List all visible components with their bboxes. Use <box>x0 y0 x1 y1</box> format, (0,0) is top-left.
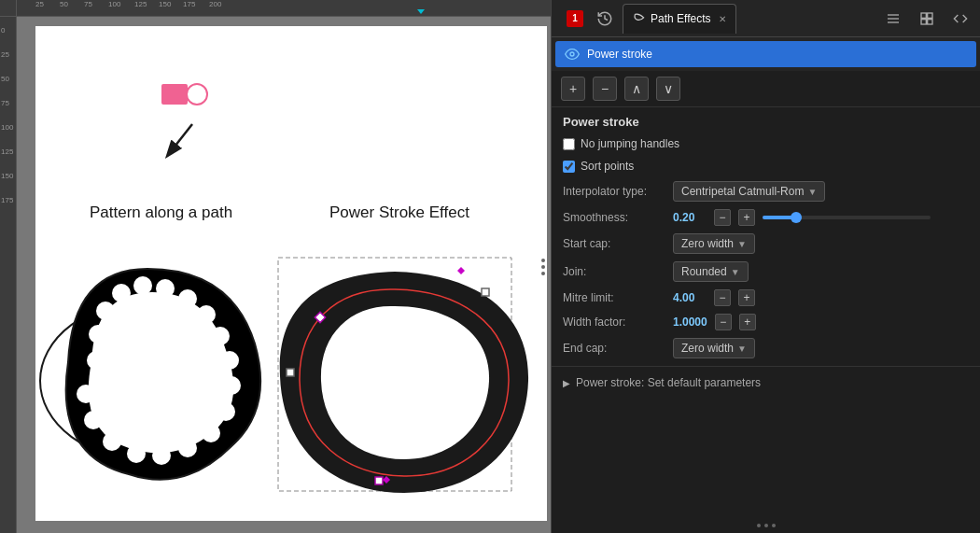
svg-point-14 <box>156 279 175 298</box>
ruler-tick: 200 <box>209 0 221 8</box>
svg-point-21 <box>202 424 220 442</box>
ruler-tick-v: 100 <box>1 123 13 132</box>
ruler-tick: 150 <box>159 0 171 8</box>
power-stroke-label: Power stroke <box>587 48 652 61</box>
move-effect-up-button[interactable]: ∧ <box>624 77 649 101</box>
no-jumping-handles-row: No jumping handles <box>563 136 969 151</box>
svg-rect-31 <box>375 477 383 484</box>
ruler-tick-v: 0 <box>1 26 5 35</box>
end-cap-value: Zero width <box>681 342 734 355</box>
sort-points-checkbox[interactable] <box>563 161 575 173</box>
smoothness-minus-button[interactable]: − <box>714 209 731 226</box>
svg-point-24 <box>127 444 146 463</box>
canvas-area: 0 25 50 75 100 125 150 175 200 0 25 50 7… <box>0 0 551 533</box>
svg-point-10 <box>89 325 107 344</box>
smoothness-plus-button[interactable]: + <box>738 209 755 226</box>
svg-point-17 <box>211 327 230 345</box>
interpolator-dropdown-arrow: ▼ <box>807 187 817 197</box>
smoothness-value[interactable]: 0.20 <box>673 211 707 224</box>
svg-rect-32 <box>287 369 294 376</box>
sort-points-row: Sort points <box>563 159 969 174</box>
width-factor-plus-button[interactable]: + <box>739 314 756 330</box>
end-cap-dropdown[interactable]: Zero width ▼ <box>673 338 755 358</box>
smoothness-label: Smoothness: <box>563 211 665 224</box>
remove-effect-button[interactable]: − <box>593 77 617 101</box>
ruler-tick: 100 <box>108 0 120 8</box>
xml-icon <box>953 11 968 26</box>
interpolator-type-value: Centripetal Catmull-Rom <box>681 185 804 198</box>
svg-rect-39 <box>928 19 932 23</box>
add-effect-button[interactable]: + <box>561 77 585 101</box>
canvas-content: Pattern along a path Power Stroke Effect <box>17 17 551 533</box>
tab-align-icon[interactable] <box>877 3 909 35</box>
corner-box <box>0 0 17 17</box>
ruler-tick: 50 <box>60 0 68 8</box>
start-cap-dropdown[interactable]: Zero width ▼ <box>673 233 755 254</box>
svg-point-12 <box>112 284 131 302</box>
svg-point-16 <box>197 305 216 324</box>
default-params-row[interactable]: ▶ Power stroke: Set default parameters <box>552 371 980 395</box>
svg-point-22 <box>178 439 197 457</box>
canvas-svg: Pattern along a path Power Stroke Effect <box>17 17 551 533</box>
svg-point-13 <box>133 276 152 295</box>
params-divider <box>552 366 980 367</box>
svg-point-25 <box>103 432 121 451</box>
effect-params: No jumping handles Sort points Interpola… <box>552 133 980 362</box>
ruler-tick: 25 <box>35 0 44 8</box>
ruler-left: 0 25 50 75 100 125 150 175 <box>0 17 17 533</box>
dot-2 <box>764 524 768 527</box>
mitre-limit-row: Mitre limit: 4.00 − + <box>563 289 969 306</box>
mitre-limit-plus-button[interactable]: + <box>738 289 755 306</box>
join-dropdown[interactable]: Rounded ▼ <box>673 261 749 282</box>
svg-text:Power Stroke Effect: Power Stroke Effect <box>329 203 469 221</box>
svg-rect-29 <box>482 288 489 296</box>
no-jumping-handles-checkbox[interactable] <box>563 138 575 150</box>
svg-point-40 <box>570 52 574 56</box>
join-value: Rounded <box>681 265 727 278</box>
start-cap-row: Start cap: Zero width ▼ <box>563 233 969 254</box>
default-params-label: Power stroke: Set default parameters <box>576 376 761 389</box>
ruler-tick-v: 25 <box>1 50 9 59</box>
tab-transform-icon[interactable] <box>911 3 943 35</box>
smoothness-slider[interactable] <box>763 216 931 219</box>
svg-text:Pattern along a path: Pattern along a path <box>90 203 232 221</box>
bottom-dots[interactable] <box>552 518 980 533</box>
default-params-chevron: ▶ <box>563 378 570 388</box>
interpolator-type-dropdown[interactable]: Centripetal Catmull-Rom ▼ <box>673 181 825 202</box>
width-factor-value[interactable]: 1.0000 <box>673 316 707 329</box>
mitre-limit-minus-button[interactable]: − <box>714 289 731 306</box>
effect-list: Power stroke <box>552 37 980 71</box>
svg-point-18 <box>220 351 239 370</box>
join-label: Join: <box>563 265 665 278</box>
tab-path-effects[interactable]: Path Effects ✕ <box>623 4 736 34</box>
panel-number-badge: 1 <box>567 10 583 27</box>
tab-path-effects-close[interactable]: ✕ <box>719 14 726 24</box>
ruler-tick-v: 125 <box>1 147 13 156</box>
mitre-limit-value[interactable]: 4.00 <box>673 291 707 304</box>
power-stroke-item[interactable]: Power stroke <box>555 41 976 67</box>
join-dropdown-arrow: ▼ <box>731 267 740 277</box>
effect-title: Power stroke <box>552 107 980 133</box>
ruler-tick-v: 175 <box>1 196 13 204</box>
svg-point-9 <box>87 351 105 370</box>
svg-rect-37 <box>928 13 932 18</box>
start-cap-dropdown-arrow: ▼ <box>737 239 747 249</box>
svg-point-20 <box>217 402 235 421</box>
history-icon <box>596 10 613 27</box>
width-factor-minus-button[interactable]: − <box>715 314 732 330</box>
tab-xml-icon[interactable] <box>945 3 976 35</box>
tab-history[interactable] <box>589 3 621 35</box>
align-icon <box>886 11 901 26</box>
dot-1 <box>757 524 761 527</box>
svg-point-3 <box>187 84 207 105</box>
scroll-dots <box>541 259 545 275</box>
sort-points-label: Sort points <box>581 160 634 173</box>
svg-rect-2 <box>161 84 188 105</box>
ruler-indicator <box>417 9 425 14</box>
move-effect-down-button[interactable]: ∨ <box>656 77 680 101</box>
end-cap-dropdown-arrow: ▼ <box>737 344 747 354</box>
ruler-tick: 125 <box>134 0 147 8</box>
toolbar-row: + − ∧ ∨ <box>552 71 980 107</box>
ruler-tick-v: 75 <box>1 99 9 107</box>
join-row: Join: Rounded ▼ <box>563 261 969 282</box>
